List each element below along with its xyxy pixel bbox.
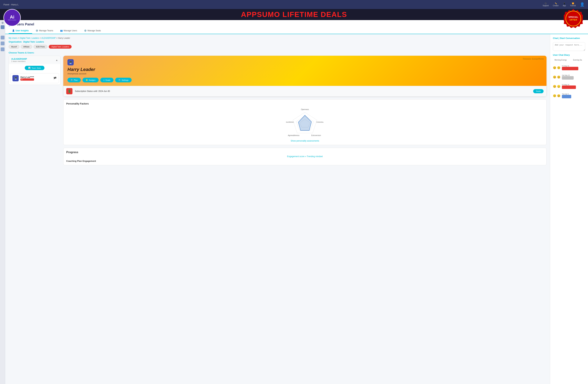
subscription-icon: 💲 [66, 88, 72, 94]
diary-bar-3 [562, 95, 571, 98]
org-label: Organization: Digital Twin: Leaders [9, 41, 546, 43]
filter-chips: Myself Affiliate B2B Pilots Digital Twin… [9, 45, 546, 49]
affi-logo: Ai AffiInnovation [3, 9, 21, 26]
top-bar: Panel - Harry L 🎧 Support ✏️ Creator 📱 A… [0, 0, 588, 9]
chip-digital-twin-leaders[interactable]: Digital Twin: Leaders [49, 45, 72, 49]
morning-smiley-1: 😊 [553, 75, 556, 79]
body-area: My Users > Digital Twin: Leaders > #LEAD… [5, 34, 588, 384]
team-stats-area: 📊 Team Stats [9, 64, 60, 72]
header-tabs: 👤 User Insights ⚙️ Manage Teams 👥 Manage… [9, 28, 585, 34]
svg-text:Agreeableness: Agreeableness [288, 135, 299, 136]
tutorial-icon[interactable]: ▶️ Tutorial [570, 2, 576, 7]
evening-smiley-1: 😊 [557, 75, 561, 79]
tab-manage-users[interactable]: 👥 Manage Users [57, 28, 81, 34]
breadcrumb-digital-twin[interactable]: Digital Twin: Leaders [20, 37, 39, 39]
creator-icon[interactable]: ✏️ Creator [553, 2, 559, 7]
profile-anon: Anonymous account [67, 72, 542, 75]
tab-manage-teams[interactable]: ⚙️ Manage Teams [32, 28, 57, 34]
profile-header: Timezone: Europe/Rome 🖥️ Harry Leader An… [63, 56, 546, 86]
show-assessments-link[interactable]: Show personality assessments [66, 140, 544, 142]
tab-user-insights[interactable]: 👤 User Insights [9, 28, 32, 34]
two-col-layout: #LEADERSHIP 1 team members ▲ 📊 Team Stat… [9, 56, 546, 165]
sidebar-btn-3[interactable] [1, 42, 4, 45]
personality-title: Personality Factors [66, 102, 544, 105]
user-avatar: 🖥️ [12, 75, 19, 81]
progress-title: Progress [66, 151, 544, 154]
morning-smiley-3: 😐 [553, 94, 556, 97]
sidebar-btn-2[interactable] [1, 36, 4, 40]
plan-button[interactable]: ⚙️ Plan [67, 78, 81, 82]
diary-col-evening: Evening Sa [570, 59, 586, 61]
progress-section: Progress Engagement score » Trending min… [63, 148, 546, 165]
morning-smiley-2: 😊 [553, 85, 556, 88]
tab-manage-seats[interactable]: ⚙️ Manage Seats [81, 28, 104, 34]
user-card-harry[interactable]: 🖥️ Harry Lea***** 0 🏴 [10, 73, 59, 83]
sidebar-btn-1[interactable] [1, 25, 4, 29]
chat-title: Chat | Start Conversation [553, 37, 585, 40]
plan-icon: ⚙️ [71, 79, 73, 81]
user-avatar-icon[interactable]: 👤 [580, 2, 585, 7]
svg-text:Extroversion: Extroversion [311, 135, 321, 136]
choose-teams-label: Choose Teams & Users: [9, 51, 546, 54]
breadcrumb-current: Harry Leader [58, 37, 70, 39]
main-content: My Users > Digital Twin: Leaders > #LEAD… [5, 34, 550, 384]
breadcrumb-leadership[interactable]: #LEADERSHIP [41, 37, 56, 39]
svg-marker-8 [298, 115, 312, 131]
settings-button[interactable]: ⚙️ Settings [115, 78, 132, 82]
evening-smiley-2: 😞 [557, 85, 561, 88]
left-panel: #LEADERSHIP 1 team members ▲ 📊 Team Stat… [9, 56, 61, 87]
nudges-button[interactable]: ⭐ Nudges [83, 78, 99, 82]
chip-b2b-pilots[interactable]: B2B Pilots [34, 45, 47, 49]
diary-row-3: 😐 😊 Tue Apr 9 [553, 93, 585, 98]
support-icon[interactable]: 🎧 Support [543, 2, 549, 7]
app-icon[interactable]: 📱 App [563, 2, 566, 7]
diary-date-1: Sat May 25 [562, 74, 585, 76]
team-header[interactable]: #LEADERSHIP 1 team members ▲ [9, 56, 60, 64]
engagement-link[interactable]: Engagement score » Trending mindset [66, 155, 544, 158]
svg-text:Neuroticism: Neuroticism [286, 121, 294, 123]
profile-card: Timezone: Europe/Rome 🖥️ Harry Leader An… [63, 56, 546, 97]
page-header-title: 👥 Users Panel [9, 22, 585, 26]
svg-text:Openness: Openness [301, 109, 309, 111]
diary-bar-2 [562, 86, 576, 89]
morning-smiley-0: 😊 [553, 66, 556, 69]
main-layout: 👥 Users Panel 👤 User Insights ⚙️ Manage … [0, 20, 588, 384]
appsumo-banner-text: APPSUMO LIFETIME DEALS [0, 10, 588, 19]
top-bar-icons: 🎧 Support ✏️ Creator 📱 App ▶️ Tutorial 👤 [543, 2, 585, 7]
user-badge: 0 [21, 78, 34, 81]
chat-input[interactable] [553, 42, 585, 51]
user-name: Harry Lea***** [21, 76, 34, 78]
nudges-icon: ⭐ [85, 79, 88, 81]
flag-icon: 🏴 [53, 77, 57, 80]
diary-bar-0 [562, 67, 578, 70]
diary-row-0: 😊 😐 Fri May 31 [553, 65, 585, 70]
goals-button[interactable]: ≡ Goals [100, 78, 113, 82]
evening-smiley-3: 😊 [557, 94, 561, 97]
top-bar-title: Panel - Harry L [3, 3, 19, 6]
diary-date-2: Fri May 24 [562, 84, 585, 86]
profile-actions: ⚙️ Plan ⭐ Nudges ≡ Goals [67, 78, 542, 82]
chip-affiliate[interactable]: Affiliate [21, 45, 32, 49]
affi-logo-sub: AffiInnovation [8, 19, 16, 21]
diary-date-0: Fri May 31 [562, 65, 585, 67]
special-offer-line2: OFFER [569, 19, 577, 21]
diary-bar-1 [562, 76, 574, 80]
profile-timezone: Timezone: Europe/Rome [523, 58, 544, 60]
goals-icon: ≡ [104, 79, 105, 81]
sidebar-btn-4[interactable] [1, 47, 4, 51]
breadcrumb-my-users[interactable]: My Users [9, 37, 18, 39]
chip-myself[interactable]: Myself [9, 45, 19, 49]
page-header: 👥 Users Panel 👤 User Insights ⚙️ Manage … [5, 20, 588, 34]
right-panel: Timezone: Europe/Rome 🖥️ Harry Leader An… [63, 56, 546, 165]
team-stats-button[interactable]: 📊 Team Stats [25, 66, 44, 70]
subscription-status: Subscription Status until: 2024-Jun-30 [75, 90, 531, 92]
stats-icon: 📊 [28, 67, 31, 69]
team-group-leadership: #LEADERSHIP 1 team members ▲ 📊 Team Stat… [9, 56, 61, 85]
seats-button[interactable]: Seats [533, 89, 544, 93]
user-flags: 🏴 [53, 77, 57, 80]
diary-col-morning: Morning Energy [553, 59, 568, 61]
content-area: 👥 Users Panel 👤 User Insights ⚙️ Manage … [5, 20, 588, 384]
manage-users-icon: 👥 [60, 29, 63, 32]
manage-teams-icon: ⚙️ [36, 29, 38, 32]
affi-logo-text: Ai [10, 15, 14, 19]
